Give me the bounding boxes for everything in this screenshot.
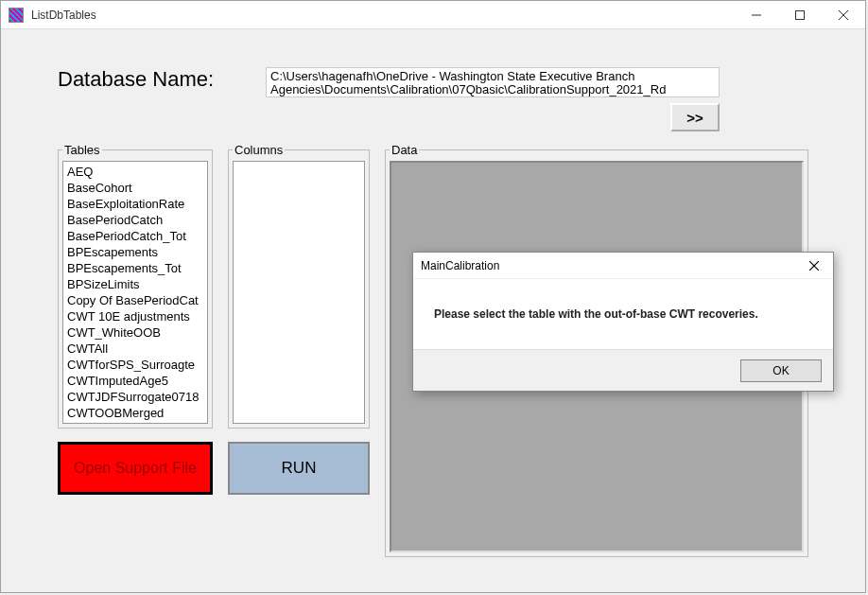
window-buttons — [735, 1, 865, 29]
table-row[interactable]: CWTAll — [65, 341, 205, 357]
columns-column: Columns RUN — [228, 143, 370, 495]
table-row[interactable]: CWT 10E adjustments — [65, 308, 205, 324]
ok-button[interactable]: OK — [740, 359, 822, 382]
table-row[interactable]: BaseExploitationRate — [65, 196, 205, 212]
tables-column: Tables AEQ BaseCohort BaseExploitationRa… — [58, 143, 213, 495]
database-name-label: Database Name: — [58, 67, 266, 92]
columns-listbox[interactable] — [233, 161, 365, 424]
close-icon — [809, 261, 819, 271]
table-row[interactable]: CWTforSPS_Surroagte — [65, 357, 205, 373]
tables-legend: Tables — [62, 143, 102, 157]
below-tables: Open Support File — [58, 442, 213, 495]
table-row[interactable]: BPEscapements — [65, 244, 205, 260]
columns-fieldset: Columns — [228, 143, 370, 429]
minimize-icon — [752, 10, 761, 20]
table-row[interactable]: BPEscapements_Tot — [65, 260, 205, 276]
expand-row: >> — [670, 103, 808, 131]
app-icon — [9, 8, 24, 23]
dialog-titlebar: MainCalibration — [413, 253, 833, 279]
open-support-file-button[interactable]: Open Support File — [58, 442, 213, 495]
dialog-message: Please select the table with the out-of-… — [413, 279, 833, 349]
table-row[interactable]: EncounterRateAdjustme — [65, 421, 205, 424]
table-row[interactable]: AEQ — [65, 164, 205, 180]
database-path-field[interactable]: C:\Users\hagenafh\OneDrive - Washington … — [266, 67, 720, 97]
tables-listbox[interactable]: AEQ BaseCohort BaseExploitationRate Base… — [62, 161, 208, 424]
run-button[interactable]: RUN — [228, 442, 370, 495]
table-row[interactable]: CWTImputedAge5 — [65, 373, 205, 389]
dialog-button-row: OK — [413, 349, 833, 391]
table-row[interactable]: CWT_WhiteOOB — [65, 324, 205, 341]
table-row[interactable]: BPSizeLimits — [65, 276, 205, 292]
table-row[interactable]: CWTJDFSurrogate0718 — [65, 389, 205, 405]
minimize-button[interactable] — [735, 1, 778, 29]
data-legend: Data — [390, 143, 419, 157]
table-row[interactable]: BasePeriodCatch — [65, 212, 205, 228]
below-columns: RUN — [228, 442, 370, 495]
close-button[interactable] — [822, 1, 865, 29]
tables-fieldset: Tables AEQ BaseCohort BaseExploitationRa… — [58, 143, 213, 429]
table-row[interactable]: Copy Of BasePeriodCat — [65, 292, 205, 308]
close-icon — [839, 10, 848, 20]
message-dialog: MainCalibration Please select the table … — [412, 252, 834, 392]
dialog-title: MainCalibration — [421, 259, 499, 272]
titlebar: ListDbTables — [1, 1, 865, 29]
database-row: Database Name: C:\Users\hagenafh\OneDriv… — [58, 67, 808, 97]
maximize-icon — [795, 10, 805, 20]
table-row[interactable]: BasePeriodCatch_Tot — [65, 228, 205, 244]
table-row[interactable]: BaseCohort — [65, 180, 205, 196]
dialog-close-button[interactable] — [803, 254, 825, 277]
svg-rect-1 — [796, 10, 805, 19]
table-row[interactable]: CWTOOBMerged — [65, 405, 205, 421]
maximize-button[interactable] — [778, 1, 822, 29]
expand-button[interactable]: >> — [670, 103, 720, 131]
window-title: ListDbTables — [31, 9, 735, 22]
columns-legend: Columns — [233, 143, 285, 157]
